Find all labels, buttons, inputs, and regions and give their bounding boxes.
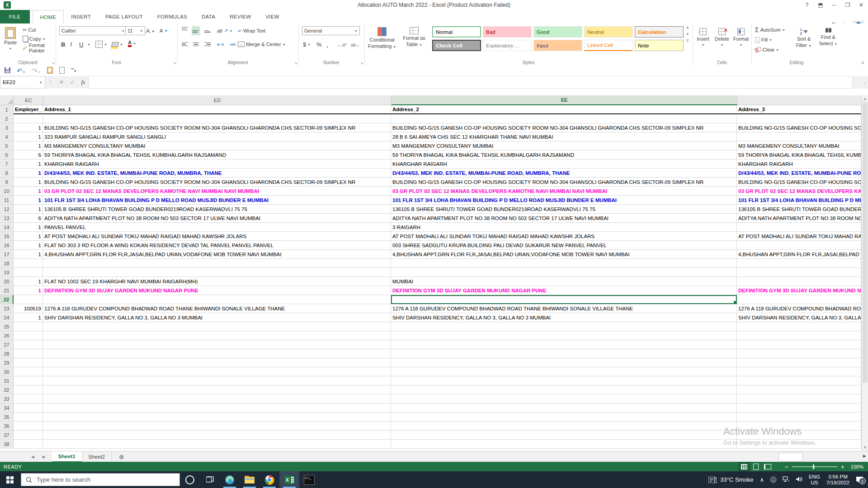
cell-r37c1[interactable] xyxy=(14,431,43,440)
top-align-button[interactable] xyxy=(181,26,189,35)
row-header-4[interactable]: 4 xyxy=(0,132,14,141)
taskbar-excel-icon[interactable]: X xyxy=(279,471,299,488)
cell-r24c2[interactable]: SHIV DARSHAN RESIDENCY, GALLA NO 3, GALL… xyxy=(43,313,391,322)
cell-r25c4[interactable] xyxy=(737,322,861,331)
autosum-button[interactable]: ΣAutoSum▼ xyxy=(754,25,786,34)
cell-r26c4[interactable] xyxy=(737,331,861,340)
clipboard-dialog-launcher[interactable]: ↘ xyxy=(51,61,55,65)
column-header-ED[interactable]: ED xyxy=(43,95,392,105)
taskbar-chrome-icon[interactable] xyxy=(259,471,279,488)
row-header-11[interactable]: 11 xyxy=(0,196,14,205)
cell-r9c2[interactable]: BUILDING NO-G/15 GANESH CO-OP HOUSING SO… xyxy=(43,178,391,187)
italic-button[interactable]: I xyxy=(69,40,73,49)
zoom-slider-knob[interactable] xyxy=(813,465,814,469)
cell-style-calculation[interactable]: Calculation xyxy=(635,26,684,38)
cell-r38c2[interactable] xyxy=(43,440,391,449)
row-header-36[interactable]: 36 xyxy=(0,422,14,431)
clear-button[interactable]: Clear▼ xyxy=(754,45,780,54)
find-select-button[interactable]: Find &Select ▼ xyxy=(817,25,839,47)
cell-r1c4[interactable]: Address_3 xyxy=(737,105,861,114)
cell-r34c3[interactable] xyxy=(391,404,737,413)
cell-r6c1[interactable]: 6 xyxy=(14,150,43,160)
taskbar-edge-icon[interactable] xyxy=(220,471,240,488)
cell-r23c2[interactable]: 1276 A 118 GURUDEV COMPOUND BHADWAD ROAD… xyxy=(43,304,391,313)
touch-mode-button[interactable] xyxy=(47,67,53,75)
column-header-col3[interactable] xyxy=(737,95,862,105)
cell-r4c2[interactable]: 323 RAMPUR SANGALI RAMPUR SANGLI SANGLI xyxy=(43,132,391,141)
underline-dropdown[interactable]: ▼ xyxy=(86,40,91,49)
cell-r10c3[interactable]: 03 GR PLOT 02 SEC 12 MANAS DEVELOPERS KA… xyxy=(391,187,737,196)
cell-r8c1[interactable]: 1 xyxy=(14,169,43,178)
cell-r32c3[interactable] xyxy=(391,385,737,394)
cell-r18c2[interactable] xyxy=(43,259,391,268)
redo-button[interactable]: ↷▼ xyxy=(32,67,41,75)
cell-r19c4[interactable] xyxy=(737,268,861,277)
cell-r18c3[interactable] xyxy=(391,259,737,268)
help-button[interactable]: ? xyxy=(800,0,814,10)
row-header-8[interactable]: 8 xyxy=(0,169,14,178)
scroll-down-arrow[interactable]: ▼ xyxy=(862,444,868,451)
increase-indent-button[interactable]: ⇥≡ xyxy=(228,40,237,49)
row-header-24[interactable]: 24 xyxy=(0,313,14,322)
cell-r7c1[interactable]: 1 xyxy=(14,160,43,169)
insert-cells-button[interactable]: ← Insert▼ xyxy=(694,25,712,48)
volume-icon[interactable] xyxy=(796,476,802,483)
cell-r25c2[interactable] xyxy=(43,322,391,331)
cell-r17c1[interactable]: 1 xyxy=(14,250,43,259)
cell-r1c2[interactable]: Address_1 xyxy=(43,105,391,114)
cell-r17c3[interactable]: 4,BHUSHAN APPT,GRN FLOR FLR,JASAI,BELPAD… xyxy=(391,250,737,259)
cell-r21c4[interactable]: DEFINITION GYM 3D SUJAY GARDEN MUKUND NA… xyxy=(737,286,861,295)
ribbon-tab-data[interactable]: DATA xyxy=(194,10,222,23)
cell-r20c4[interactable] xyxy=(737,277,861,286)
cell-r34c4[interactable] xyxy=(737,404,861,413)
styles-gallery-down-button[interactable]: ▼ xyxy=(686,32,689,36)
horizontal-scroll-thumb[interactable] xyxy=(778,453,803,461)
cell-r27c1[interactable] xyxy=(14,340,43,349)
cell-r13c2[interactable]: ADITYA NATH APARTMENT PLOT NO 38 ROOM NO… xyxy=(43,214,391,223)
cell-r24c4[interactable]: SHIV DARSHAN RESIDENCY, GALLA NO 3, GALL… xyxy=(737,313,861,322)
cell-r32c4[interactable] xyxy=(737,385,861,394)
row-header-38[interactable]: 38 xyxy=(0,440,14,449)
cell-r16c4[interactable] xyxy=(737,241,861,250)
align-center-button[interactable] xyxy=(192,40,200,49)
cell-r31c1[interactable] xyxy=(14,376,43,385)
cell-r24c3[interactable]: SHIV DARSHAN RESIDENCY, GALLA NO 3, GALL… xyxy=(391,313,737,322)
cell-r1c3[interactable]: Address_2 xyxy=(391,105,737,114)
cell-r16c2[interactable]: FLAT NO 303 3 RD FLOOR A WING KOKAN RESI… xyxy=(43,241,391,250)
page-break-view-button[interactable] xyxy=(762,462,774,471)
cell-r5c4[interactable]: M3 MANGEMENY CONSULTANY MUMBAI xyxy=(737,141,861,150)
cell-r18c1[interactable] xyxy=(14,259,43,268)
cell-r29c4[interactable] xyxy=(737,358,861,367)
row-header-18[interactable]: 18 xyxy=(0,259,14,268)
cell-r7c3[interactable]: KHARGHAR RAIGARH xyxy=(391,160,737,169)
font-dialog-launcher[interactable]: ↘ xyxy=(173,61,176,65)
cell-r3c4[interactable]: BUILDING NO-G/15 GANESH CO-OP HOUSING SO… xyxy=(737,123,861,132)
select-all-button[interactable] xyxy=(0,95,14,105)
cell-r3c3[interactable]: BUILDING NO-G/15 GANESH CO-OP HOUSING SO… xyxy=(391,123,737,132)
grow-font-button[interactable]: A▲ xyxy=(145,26,156,35)
cell-r2c4[interactable] xyxy=(737,114,861,123)
sort-filter-button[interactable]: AZ Sort &Filter ▼ xyxy=(793,25,815,49)
taskbar-explorer-icon[interactable] xyxy=(240,471,259,488)
cell-r16c3[interactable]: 003 SHREE SADGUTU KRUPA BUILDING PALI DE… xyxy=(391,241,737,250)
cell-r14c2[interactable]: PANVEL PANVEL xyxy=(43,223,391,232)
ribbon-tab-file[interactable]: FILE xyxy=(0,10,30,23)
row-header-13[interactable]: 13 xyxy=(0,214,14,223)
cell-r21c1[interactable]: 1 xyxy=(14,286,43,295)
cell-r35c3[interactable] xyxy=(391,413,737,422)
cell-r26c2[interactable] xyxy=(43,331,391,340)
news-weather-button[interactable]: 33°C Smoke xyxy=(708,476,753,483)
cell-r25c3[interactable] xyxy=(391,322,737,331)
percent-style-button[interactable]: % xyxy=(316,40,323,49)
accounting-format-button[interactable]: $▼ xyxy=(302,40,311,49)
new-file-button[interactable] xyxy=(59,67,65,75)
cell-r26c3[interactable] xyxy=(391,331,737,340)
cell-r26c1[interactable] xyxy=(14,331,43,340)
language-indicator[interactable]: ENGUS xyxy=(809,474,820,486)
expand-formula-bar-button[interactable]: ⌄ xyxy=(861,76,868,89)
cell-r33c1[interactable] xyxy=(14,394,43,404)
cell-r19c1[interactable] xyxy=(14,268,43,277)
row-header-5[interactable]: 5 xyxy=(0,141,14,150)
cell-r31c2[interactable] xyxy=(43,376,391,385)
styles-gallery-more-button[interactable]: ⊽ xyxy=(686,39,689,43)
